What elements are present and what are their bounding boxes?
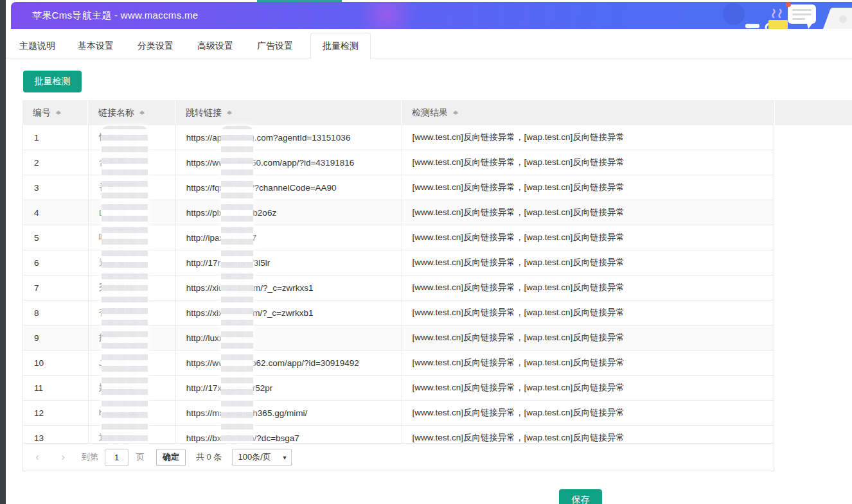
- laptop-icon: [823, 8, 852, 29]
- cell-id: 9: [23, 326, 89, 350]
- cell-id: 5: [23, 225, 89, 250]
- cell-jump-url: https://marketing.h365.gg/mimi/: [176, 401, 402, 425]
- cell-jump-url: http://luxxxy/41dr: [176, 326, 402, 350]
- cell-check-result: [www.test.cn]反向链接异常，[wap.test.cn]反向链接异常: [402, 351, 774, 375]
- page-unit-label: 页: [136, 451, 145, 463]
- tab-bar: 主题说明 基本设置 分类设置 高级设置 广告设置 批量检测: [6, 29, 852, 58]
- cell-id: 1: [23, 125, 89, 150]
- tab-category-settings[interactable]: 分类设置: [138, 40, 173, 52]
- window-edge-bar: [0, 0, 6, 504]
- cell-jump-url: https://fqx0x.com/?channelCode=AA90: [176, 175, 402, 200]
- goto-page-label: 到第: [82, 451, 98, 463]
- cell-check-result: [www.test.cn]反向链接异常，[wap.test.cn]反向链接异常: [402, 250, 774, 275]
- cell-jump-url: https://xiuxx21.com/?_c=zwrkxs1: [176, 275, 402, 300]
- chat-bubble-icon: [786, 2, 816, 29]
- page-size-value: 100条/页: [238, 451, 271, 463]
- column-header-url: 跳转链接: [175, 100, 402, 125]
- censor-blur-urls: [221, 126, 253, 447]
- table-header-filler: [775, 100, 852, 125]
- pagination-prev-icon[interactable]: ‹: [33, 451, 42, 464]
- cell-id: 6: [23, 250, 89, 275]
- sort-icon[interactable]: [453, 108, 459, 117]
- cell-check-result: [www.test.cn]反向链接异常，[wap.test.cn]反向链接异常: [402, 275, 774, 300]
- confirm-page-button[interactable]: 确定: [156, 449, 186, 466]
- column-header-id: 编号: [22, 100, 88, 125]
- batch-check-button[interactable]: 批量检测: [23, 71, 82, 92]
- cell-jump-url: https://www.hxcpp62.com/app/?id=30919492: [176, 351, 402, 375]
- cell-id: 8: [23, 300, 89, 325]
- censor-blur-names: [102, 126, 148, 447]
- coffee-mug-icon: [745, 10, 788, 29]
- cell-id: 11: [23, 376, 89, 400]
- chevron-down-icon: ▾: [283, 454, 286, 461]
- column-header-name: 链接名称: [88, 100, 175, 125]
- cell-check-result: [www.test.cn]反向链接异常，[wap.test.cn]反向链接异常: [402, 200, 774, 225]
- tab-advanced-settings[interactable]: 高级设置: [197, 40, 233, 52]
- cell-check-result: [www.test.cn]反向链接异常，[wap.test.cn]反向链接异常: [402, 175, 774, 200]
- cell-jump-url: https://app.hixxgg.com?agentId=13151036: [176, 125, 402, 150]
- page-number-input[interactable]: [105, 449, 129, 466]
- cell-jump-url: http://ipaxxo/r9zy7: [176, 225, 402, 250]
- cell-jump-url: http://17rxxei.live/3l5lr: [176, 250, 402, 275]
- tab-basic-settings[interactable]: 基本设置: [78, 40, 114, 52]
- cell-id: 2: [23, 150, 89, 175]
- banner-illustration: [704, 2, 852, 29]
- table-header-row: 编号 链接名称 跳转链接 检测结果: [22, 100, 774, 125]
- sort-icon[interactable]: [227, 108, 233, 117]
- cell-check-result: [www.test.cn]反向链接异常，[wap.test.cn]反向链接异常: [402, 326, 774, 350]
- pagination-next-icon[interactable]: ›: [58, 451, 67, 464]
- cell-jump-url: http://17xaxaxun/r52pr: [176, 376, 402, 400]
- cell-check-result: [www.test.cn]反向链接异常，[wap.test.cn]反向链接异常: [402, 376, 774, 400]
- column-header-label: 跳转链接: [186, 107, 222, 119]
- cell-check-result: [www.test.cn]反向链接异常，[wap.test.cn]反向链接异常: [402, 125, 774, 150]
- page-size-select[interactable]: 100条/页 ▾: [232, 449, 292, 466]
- cell-jump-url: https://xixxx30.com/?_c=zwrkxb1: [176, 300, 402, 325]
- sort-icon[interactable]: [139, 108, 145, 117]
- cell-id: 3: [23, 175, 89, 200]
- save-button[interactable]: 保存: [559, 489, 602, 504]
- tab-batch-check[interactable]: 批量检测: [310, 33, 371, 59]
- page-title: 苹果Cms导航主题 - www.maccms.me: [32, 10, 198, 22]
- cell-check-result: [www.test.cn]反向链接异常，[wap.test.cn]反向链接异常: [402, 225, 774, 250]
- tab-ad-settings[interactable]: 广告设置: [257, 40, 293, 52]
- column-header-label: 检测结果: [412, 107, 448, 119]
- column-header-label: 编号: [33, 107, 51, 119]
- cell-id: 4: [23, 200, 89, 225]
- cell-id: 7: [23, 275, 89, 300]
- column-header-label: 链接名称: [98, 107, 134, 119]
- banner: 苹果Cms导航主题 - www.maccms.me: [11, 2, 852, 29]
- total-count-label: 共 0 条: [196, 451, 222, 463]
- sort-icon[interactable]: [56, 108, 62, 117]
- pagination-bar: ‹ › 到第 页 确定 共 0 条 100条/页 ▾: [22, 443, 774, 471]
- column-header-result: 检测结果: [402, 100, 774, 125]
- cell-check-result: [www.test.cn]反向链接异常，[wap.test.cn]反向链接异常: [402, 150, 774, 175]
- cell-check-result: [www.test.cn]反向链接异常，[wap.test.cn]反向链接异常: [402, 300, 774, 325]
- cell-id: 12: [23, 401, 89, 425]
- cell-id: 10: [23, 351, 89, 375]
- banner-glow-decoration: [358, 2, 416, 29]
- cell-jump-url: https://plxuxyz/kob2o6z: [176, 200, 402, 225]
- cell-check-result: [www.test.cn]反向链接异常，[wap.test.cn]反向链接异常: [402, 401, 774, 425]
- tab-theme-notes[interactable]: 主题说明: [19, 40, 55, 52]
- cell-jump-url: https://www.xcpp60.com/app/?id=43191816: [176, 150, 402, 175]
